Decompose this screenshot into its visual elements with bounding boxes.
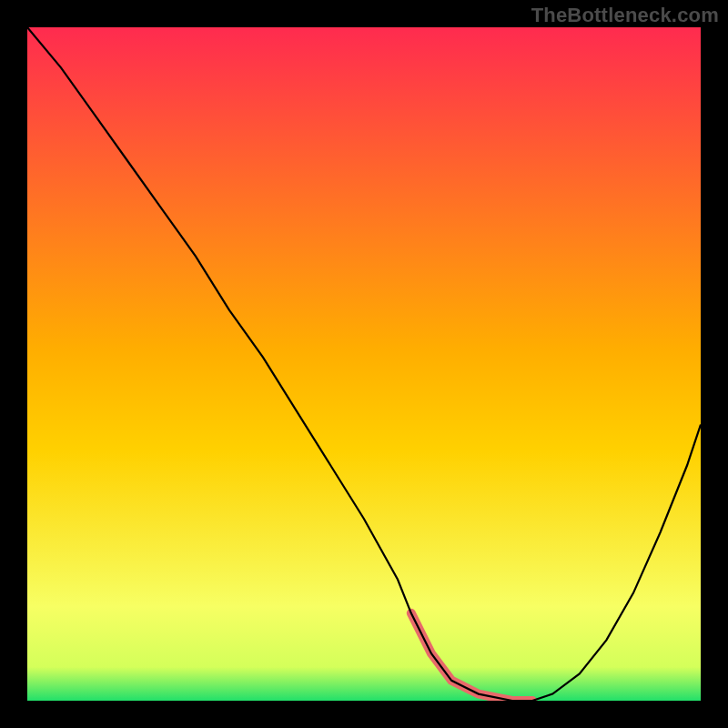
watermark-text: TheBottleneck.com (531, 4, 719, 27)
bottleneck-chart (27, 27, 701, 701)
chart-area (27, 27, 701, 701)
gradient-background (27, 27, 701, 701)
